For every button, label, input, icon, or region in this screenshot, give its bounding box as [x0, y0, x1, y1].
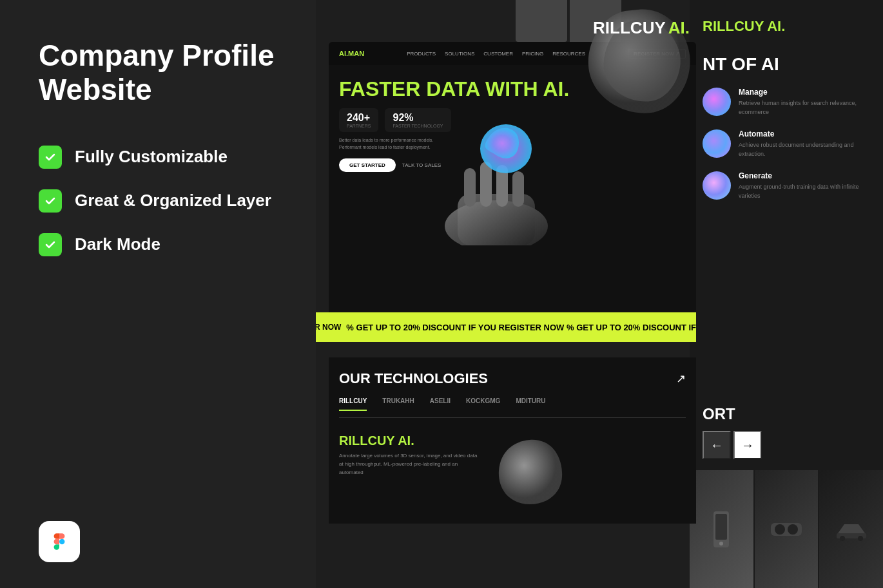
feature-item-customizable: Fully Customizable: [39, 146, 277, 169]
rillcuy-section: RILLCUY AI. Annotate large volumes of 3D…: [339, 428, 686, 511]
mock-nav-links: PRODUCTS SOLUTIONS CUSTOMER PRICING RESO…: [377, 51, 615, 57]
ai-features-list: Manage Retrieve human insights for searc…: [690, 81, 883, 207]
talk-to-sales-button[interactable]: TALK TO SALES: [402, 158, 441, 172]
left-panel: Company Profile Website Fully Customizab…: [0, 0, 316, 588]
feature-list: Fully Customizable Great & Organized Lay…: [39, 146, 277, 256]
hero-desc: Better data leads to more performance mo…: [339, 137, 455, 151]
blob-bottom-image: [491, 433, 568, 511]
feature-label-customizable: Fully Customizable: [75, 147, 228, 167]
brand-suffix: AI.: [668, 18, 690, 38]
ticker-text: % GET UP TO 20% DISCOUNT IF YOU REGISTER…: [346, 323, 696, 332]
photo-car: [819, 470, 883, 588]
manage-desc: Retrieve human insights for search relev…: [739, 99, 870, 117]
feature-label-organized: Great & Organized Layer: [75, 191, 271, 211]
prev-arrow-button[interactable]: ←: [703, 431, 731, 459]
automate-content: Automate Achieve robust document underst…: [739, 129, 870, 158]
nav-pricing: PRICING: [522, 51, 543, 57]
stat-partners: 240+ PARTNERS: [339, 108, 378, 132]
ort-text: ORT: [703, 405, 870, 423]
gray-bar-1: [516, 0, 567, 42]
rillcuy-ai-header: RILLCUY AI.: [690, 0, 883, 41]
ai-feature-manage: Manage Retrieve human insights for searc…: [703, 88, 870, 117]
main-title: Company Profile Website: [39, 39, 277, 107]
ai-feature-automate: Automate Achieve robust document underst…: [703, 129, 870, 158]
manage-blob: [703, 88, 731, 116]
automate-title: Automate: [739, 129, 870, 138]
svg-rect-5: [512, 171, 524, 207]
ticker-prefix: ER NOW: [316, 323, 341, 332]
stat-technology-label: FASTER TECHNOLOGY: [393, 124, 443, 128]
bottom-photos: [690, 470, 883, 588]
brand-name: RILLCUY: [593, 18, 666, 38]
rillcuy-ai-brand: RILLCUY AI.: [703, 18, 785, 34]
nav-products: PRODUCTS: [407, 51, 436, 57]
generate-content: Generate Augment ground-truth training d…: [739, 171, 870, 200]
tech-header: OUR TECHNOLOGIES ↗: [339, 370, 686, 387]
check-icon-organized: [39, 189, 62, 213]
automate-desc: Achieve robust document understanding an…: [739, 141, 870, 158]
svg-point-14: [840, 536, 845, 541]
photo-phone: [690, 470, 753, 588]
automate-blob: [703, 129, 731, 158]
generate-desc: Augment ground-truth training data with …: [739, 183, 870, 200]
nav-arrows: ← →: [703, 431, 870, 459]
tab-mdituru[interactable]: MDITURU: [516, 397, 545, 411]
tab-rillcuy[interactable]: RILLCUY: [339, 397, 367, 411]
hero-buttons: GET STARTED TALK TO SALES: [339, 158, 686, 172]
ai-feature-generate: Generate Augment ground-truth training d…: [703, 171, 870, 200]
generate-title: Generate: [739, 171, 870, 180]
svg-rect-2: [464, 168, 476, 207]
generate-blob: [703, 171, 731, 200]
tech-arrow-icon[interactable]: ↗: [676, 372, 686, 386]
tab-trukahh[interactable]: TRUKAHH: [382, 397, 414, 411]
nav-solutions: SOLUTIONS: [445, 51, 474, 57]
photo-vr: [755, 470, 819, 588]
tab-kockgmg[interactable]: KOCKGMG: [466, 397, 500, 411]
right-panel: RILLCUY AI. NT OF AI Manage Retrieve hum…: [690, 0, 883, 588]
feature-item-organized: Great & Organized Layer: [39, 189, 277, 213]
feature-label-dark: Dark Mode: [75, 234, 160, 254]
svg-point-15: [858, 536, 863, 541]
rillcuy-title: RILLCUY AI.: [339, 433, 481, 448]
svg-point-12: [788, 524, 798, 535]
tech-tabs: RILLCUY TRUKAHH ASELII KOCKGMG MDITURU: [339, 397, 686, 418]
stat-technology: 92% FASTER TECHNOLOGY: [385, 108, 451, 132]
next-arrow-button[interactable]: →: [733, 431, 762, 459]
nav-arrows-section: ORT ← →: [690, 405, 883, 459]
tab-aselii[interactable]: ASELII: [430, 397, 451, 411]
svg-rect-8: [715, 514, 727, 540]
manage-title: Manage: [739, 88, 870, 97]
get-started-button[interactable]: GET STARTED: [339, 158, 396, 172]
hero-title-text: FASTER DATA WITH: [339, 77, 538, 100]
hero-title-ai: AI.: [543, 77, 569, 100]
check-icon-customizable: [39, 146, 62, 169]
mock-logo: AI.MAN: [339, 50, 364, 57]
right-area: RILLCUY AI. AI.MAN PRODUCTS SOLUTIONS: [316, 0, 883, 588]
stat-technology-number: 92%: [393, 112, 443, 124]
stat-partners-label: PARTNERS: [347, 124, 371, 128]
stat-partners-number: 240+: [347, 112, 371, 124]
ticker-banner: ER NOW % GET UP TO 20% DISCOUNT IF YOU R…: [316, 312, 696, 342]
check-icon-dark: [39, 233, 62, 256]
nav-customer: CUSTOMER: [483, 51, 513, 57]
figma-icon: [39, 521, 80, 562]
feature-item-dark: Dark Mode: [39, 233, 277, 256]
tech-section: OUR TECHNOLOGIES ↗ RILLCUY TRUKAHH ASELI…: [329, 357, 696, 524]
tech-title: OUR TECHNOLOGIES: [339, 370, 488, 387]
manage-content: Manage Retrieve human insights for searc…: [739, 88, 870, 117]
rillcuy-desc: Annotate large volumes of 3D sensor, ima…: [339, 452, 481, 477]
svg-point-9: [719, 542, 723, 545]
partial-ai-text: NT OF AI: [690, 41, 883, 81]
svg-point-11: [775, 524, 785, 535]
